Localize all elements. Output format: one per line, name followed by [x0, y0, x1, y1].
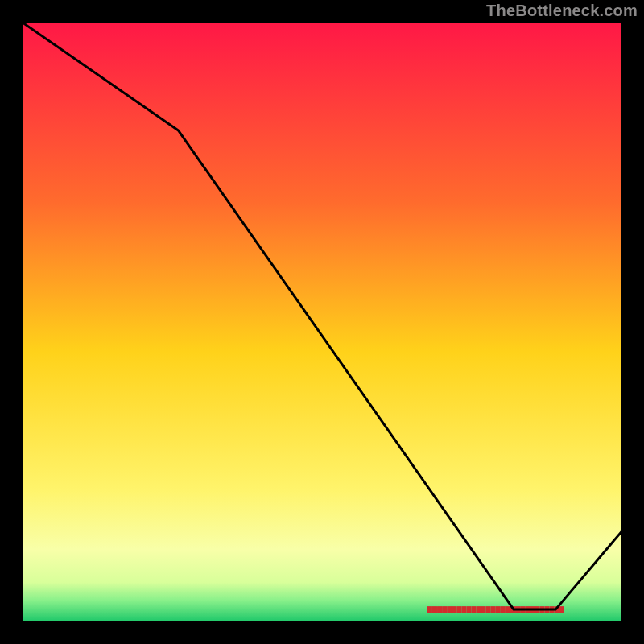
svg-rect-7 [461, 606, 466, 613]
svg-rect-13 [491, 606, 496, 613]
svg-rect-1 [432, 606, 437, 613]
svg-rect-5 [452, 606, 456, 613]
svg-rect-16 [506, 606, 510, 613]
svg-rect-2 [437, 606, 442, 613]
svg-rect-6 [456, 606, 461, 613]
svg-rect-8 [466, 606, 471, 613]
svg-rect-4 [447, 606, 452, 613]
svg-rect-12 [486, 606, 491, 613]
attribution-label: TheBottleneck.com [486, 2, 638, 20]
svg-rect-11 [481, 606, 486, 613]
chart-frame: TheBottleneck.com [0, 0, 644, 644]
svg-rect-3 [442, 606, 447, 613]
svg-rect-9 [471, 606, 476, 613]
svg-rect-27 [559, 606, 564, 613]
plot-area [23, 23, 621, 621]
svg-rect-0 [427, 606, 432, 613]
bottleneck-chart-svg [23, 23, 621, 621]
chart-gradient-bg [23, 23, 621, 621]
svg-rect-10 [477, 606, 481, 613]
svg-rect-14 [496, 606, 501, 613]
svg-rect-15 [501, 606, 506, 613]
